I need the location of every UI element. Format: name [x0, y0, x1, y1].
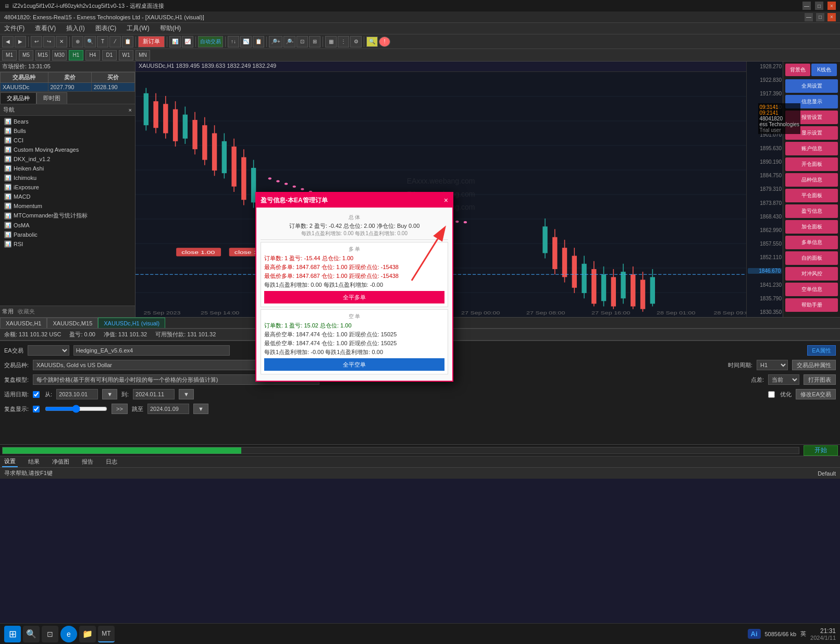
- close-long-btn[interactable]: 全平多单: [264, 291, 444, 303]
- toolbar-btn-22[interactable]: ⚙: [350, 36, 362, 47]
- ea-from-calendar-btn[interactable]: ▼: [102, 389, 117, 399]
- ea-replay-skip-btn[interactable]: >>: [112, 404, 128, 414]
- bottom-tab-report[interactable]: 报告: [80, 457, 95, 467]
- menu-chart[interactable]: 图表(C): [93, 24, 119, 33]
- app-minimize-btn[interactable]: —: [805, 13, 813, 21]
- toolbar-btn-18[interactable]: ⊡: [297, 36, 308, 47]
- nav-item-osma[interactable]: 📊 OsMA: [0, 221, 135, 230]
- nav-item-dkx[interactable]: 📊 DKX_ind_v1.2: [0, 154, 135, 164]
- close-short-btn[interactable]: 全平空单: [264, 358, 444, 371]
- taskbar-search-icon[interactable]: 🔍: [23, 626, 40, 642]
- alert-btn[interactable]: !: [379, 37, 390, 47]
- chart-tab-2[interactable]: XAUUSDc,M15: [47, 318, 98, 328]
- toolbar-btn-21[interactable]: ⋮: [338, 36, 349, 47]
- nav-item-bears[interactable]: 📊 Bears: [0, 117, 135, 126]
- toolbar-btn-3[interactable]: ↩: [31, 36, 42, 47]
- toolbar-btn-6[interactable]: ⊕: [72, 36, 83, 47]
- ea-name-input[interactable]: [73, 345, 230, 356]
- nav-item-ichimoku[interactable]: 📊 Ichimoku: [0, 173, 135, 183]
- start-btn[interactable]: 开始: [804, 445, 838, 456]
- popup-close-btn[interactable]: ×: [444, 196, 448, 204]
- toolbar-btn-13[interactable]: ↑↓: [228, 36, 239, 47]
- ea-optimize-checkbox[interactable]: [768, 391, 775, 398]
- nav-item-rsi[interactable]: 📊 RSI: [0, 239, 135, 249]
- app-close-btn[interactable]: ×: [827, 13, 836, 21]
- close-btn[interactable]: ×: [827, 2, 836, 10]
- ea-symbol-prop-btn[interactable]: 交易品种属性: [792, 360, 836, 370]
- taskbar-edge-icon[interactable]: e: [60, 626, 77, 642]
- bottom-tab-equity[interactable]: 净值图: [50, 457, 71, 467]
- ai-badge[interactable]: Ai: [748, 629, 761, 639]
- menu-insert[interactable]: 插入(I): [64, 24, 87, 33]
- close-panel-btn[interactable]: 平仓面板: [785, 189, 838, 202]
- global-settings-btn[interactable]: 全局设置: [785, 79, 838, 93]
- toolbar-btn-4[interactable]: ↪: [43, 36, 55, 47]
- ea-replay-slider[interactable]: [45, 404, 107, 414]
- ea-replay-checkbox[interactable]: [33, 406, 40, 412]
- tf-m15[interactable]: M15: [35, 50, 50, 60]
- nav-item-macd[interactable]: 📊 MACD: [0, 192, 135, 201]
- open-panel-btn[interactable]: 开仓面板: [785, 157, 838, 171]
- toolbar-btn-14[interactable]: 📉: [240, 36, 252, 47]
- menu-help[interactable]: 帮助(H): [158, 24, 183, 33]
- start-button[interactable]: ⊞: [4, 626, 21, 642]
- ea-replay-to-calendar-btn[interactable]: ▼: [193, 404, 208, 414]
- toolbar-btn-9[interactable]: ∕: [109, 36, 121, 47]
- add-panel-btn[interactable]: 加仓面板: [785, 220, 838, 234]
- nav-item-bulls[interactable]: 📊 Bulls: [0, 126, 135, 136]
- ea-to-calendar-btn[interactable]: ▼: [179, 389, 194, 399]
- toolbar-btn-11[interactable]: 📊: [169, 36, 181, 47]
- chart-tab-1[interactable]: XAUUSDc,H1: [0, 318, 47, 328]
- toolbar-btn-19[interactable]: ⊞: [309, 36, 320, 47]
- ea-period-select[interactable]: H1: [757, 360, 788, 370]
- nav-item-parabolic[interactable]: 📊 Parabolic: [0, 230, 135, 239]
- tf-m30[interactable]: M30: [52, 50, 67, 60]
- new-order-btn[interactable]: 新订单: [138, 36, 165, 47]
- pl-info-btn[interactable]: 盈亏信息: [785, 204, 838, 218]
- toolbar-btn-5[interactable]: ✕: [56, 36, 67, 47]
- symbol-info-btn[interactable]: 品种信息: [785, 173, 838, 187]
- taskbar-taskview-icon[interactable]: ⊡: [42, 626, 58, 642]
- toolbar-btn-7[interactable]: 🔍: [84, 36, 96, 47]
- account-info-btn[interactable]: 账户信息: [785, 142, 838, 155]
- kline-color-btn[interactable]: K线色: [811, 64, 836, 76]
- chart-tab-3[interactable]: XAUUSDc,H1 (visual): [98, 318, 165, 328]
- search-btn[interactable]: 🔍: [366, 37, 378, 47]
- tf-w1[interactable]: W1: [119, 50, 133, 60]
- menu-file[interactable]: 文件(F): [2, 24, 27, 33]
- buy-info-btn[interactable]: 多单信息: [785, 236, 838, 249]
- maximize-btn[interactable]: □: [815, 2, 823, 10]
- tab-symbols[interactable]: 交易品种: [0, 92, 36, 104]
- tab-chart-time[interactable]: 即时图: [36, 92, 67, 104]
- toolbar-btn-1[interactable]: ◀: [2, 36, 14, 47]
- help-manual-btn[interactable]: 帮助手册: [785, 298, 838, 312]
- toolbar-btn-17[interactable]: 🔎-: [283, 36, 295, 47]
- ea-property-btn[interactable]: EA属性: [807, 345, 836, 356]
- toolbar-btn-16[interactable]: 🔎+: [269, 36, 282, 47]
- symbol-row[interactable]: XAUUSDc 2027.790 2028.190: [1, 83, 135, 92]
- toolbar-btn-10[interactable]: 📋: [122, 36, 133, 47]
- nav-item-momentum[interactable]: 📊 Momentum: [0, 201, 135, 211]
- menu-view[interactable]: 查看(V): [33, 24, 58, 33]
- tf-m1[interactable]: M1: [2, 50, 17, 60]
- nav-item-mtc[interactable]: 📊 MTCommander盈亏统计指标: [0, 211, 135, 221]
- taskbar-app-icon[interactable]: MT: [98, 626, 115, 642]
- tf-h1[interactable]: H1: [69, 50, 83, 60]
- tf-mn[interactable]: MN: [135, 50, 150, 60]
- ea-spread-select[interactable]: 当前: [768, 374, 799, 385]
- tf-h4[interactable]: H4: [85, 50, 100, 60]
- auto-trade-btn[interactable]: 自动交易: [198, 36, 223, 47]
- hedge-risk-btn[interactable]: 对冲风控: [785, 267, 838, 281]
- minimize-btn[interactable]: —: [802, 2, 811, 10]
- tf-d1[interactable]: D1: [102, 50, 117, 60]
- ea-chart-btn[interactable]: 打开图表: [804, 374, 836, 385]
- bottom-tab-results[interactable]: 结果: [26, 457, 42, 467]
- nav-item-iexposure[interactable]: 📊 iExposure: [0, 183, 135, 192]
- tf-m5[interactable]: M5: [19, 50, 33, 60]
- bottom-tab-settings[interactable]: 设置: [2, 456, 18, 467]
- nav-item-cci[interactable]: 📊 CCI: [0, 136, 135, 145]
- bottom-tab-log[interactable]: 日志: [104, 457, 119, 467]
- sell-info-btn[interactable]: 空单信息: [785, 283, 838, 296]
- toolbar-btn-8[interactable]: T: [97, 36, 108, 47]
- ea-from-input[interactable]: [56, 389, 98, 399]
